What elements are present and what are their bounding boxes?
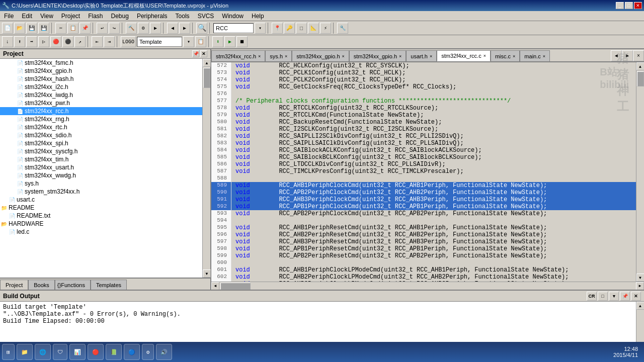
tab-close-button[interactable]: × bbox=[342, 54, 345, 59]
taskbar-app3[interactable]: 🛡 bbox=[53, 344, 67, 360]
save-all-button[interactable]: 💾 bbox=[38, 23, 49, 34]
copy-button[interactable]: 📋 bbox=[67, 23, 78, 34]
template-manage-button[interactable]: 📋 bbox=[195, 36, 206, 47]
tabs-close-all[interactable]: × bbox=[633, 50, 644, 61]
undo-button[interactable]: ↩ bbox=[97, 23, 108, 34]
scroll-up-button[interactable]: ▲ bbox=[203, 59, 211, 67]
tree-item-stm32f4xx_gpio-h[interactable]: 📄stm32f4xx_gpio.h bbox=[0, 67, 202, 75]
tree-item-stm32f4xx_rng-h[interactable]: 📄stm32f4xx_rng.h bbox=[0, 115, 202, 123]
menu-item-tools[interactable]: Tools bbox=[172, 11, 194, 21]
btn-extra1[interactable]: 📍 bbox=[272, 23, 283, 34]
tab-close-button[interactable]: × bbox=[484, 53, 486, 58]
tab-close-button[interactable]: × bbox=[543, 54, 545, 59]
taskbar-app9[interactable]: 🔊 bbox=[156, 344, 172, 360]
tab-close-button[interactable]: × bbox=[513, 54, 515, 59]
btn-extra2[interactable]: 🔑 bbox=[284, 23, 295, 34]
tree-item-README[interactable]: 📁README bbox=[0, 204, 202, 212]
menu-item-view[interactable]: View bbox=[36, 11, 57, 21]
btn-extra6[interactable]: 🔧 bbox=[337, 23, 348, 34]
tree-item-system_stm32f4xx-h[interactable]: 📄system_stm32f4xx.h bbox=[0, 188, 202, 196]
breakpoint-all-button[interactable]: ⚫ bbox=[62, 36, 73, 47]
cut-button[interactable]: ✂ bbox=[55, 23, 66, 34]
tree-item-stm32f4xx_rtc-h[interactable]: 📄stm32f4xx_rtc.h bbox=[0, 123, 202, 131]
tree-item-stm32f4xx_syscfg-h[interactable]: 📄stm32f4xx_syscfg.h bbox=[0, 147, 202, 155]
build-btn3[interactable]: ▾ bbox=[609, 292, 619, 301]
tree-item-usart-c[interactable]: 📄usart.c bbox=[0, 196, 202, 204]
redo-button[interactable]: ↪ bbox=[109, 23, 120, 34]
tab-stm32f4xx_rcc-c[interactable]: stm32f4xx_rcc.c× bbox=[437, 50, 491, 61]
search-button[interactable]: 🔍 bbox=[196, 23, 207, 34]
vertical-scrollbar[interactable]: ▲ ▼ bbox=[636, 62, 644, 282]
minimize-button[interactable]: _ bbox=[616, 2, 624, 9]
tree-item-stm32f4xx_hash-h[interactable]: 📄stm32f4xx_hash.h bbox=[0, 75, 202, 83]
code-editor[interactable]: 572void RCC_HCLKConfig(uint32_t RCC_SYSC… bbox=[211, 62, 636, 282]
build-btn2[interactable]: □ bbox=[598, 292, 608, 301]
goto-button[interactable]: ↗ bbox=[74, 36, 86, 47]
align-right-button[interactable]: ⇥ bbox=[104, 36, 115, 47]
tab-sys-h[interactable]: sys.h× bbox=[265, 50, 292, 61]
bottom-tab-templates[interactable]: Templates bbox=[91, 280, 127, 290]
tree-item-stm32f4xx_iwdg-h[interactable]: 📄stm32f4xx_iwdg.h bbox=[0, 91, 202, 99]
logo-button[interactable]: LOGO bbox=[121, 36, 136, 47]
open-button[interactable]: 📂 bbox=[14, 23, 25, 34]
align-left-button[interactable]: ⇤ bbox=[92, 36, 103, 47]
vscroll-thumb[interactable] bbox=[637, 71, 644, 86]
tree-item-stm32f4xx_pwr-h[interactable]: 📄stm32f4xx_pwr.h bbox=[0, 99, 202, 107]
maximize-button[interactable]: □ bbox=[625, 2, 633, 9]
tree-item-HARDWARE[interactable]: 📂HARDWARE bbox=[0, 220, 202, 228]
menu-item-flash[interactable]: Flash bbox=[84, 11, 107, 21]
btn-extra4[interactable]: 📐 bbox=[308, 23, 319, 34]
tab-misc-c[interactable]: misc.c× bbox=[491, 50, 520, 61]
scroll-down-button[interactable]: ▼ bbox=[203, 269, 211, 278]
titlebar-controls[interactable]: _ □ ✕ bbox=[616, 2, 642, 9]
horizontal-scrollbar[interactable]: ◄ ► bbox=[211, 282, 644, 290]
scroll-thumb[interactable] bbox=[203, 68, 210, 88]
taskbar-app6[interactable]: 📗 bbox=[106, 344, 122, 360]
menu-item-edit[interactable]: Edit bbox=[18, 11, 36, 21]
menu-item-svcs[interactable]: SVCS bbox=[194, 11, 218, 21]
build-close-button[interactable]: ✕ bbox=[631, 292, 641, 301]
taskbar-browser[interactable]: 🌐 bbox=[35, 344, 51, 360]
hscroll-thumb[interactable] bbox=[220, 283, 251, 290]
template-dropdown[interactable]: ▾ bbox=[183, 36, 194, 47]
forward-button[interactable]: ▶ bbox=[179, 23, 190, 34]
step-over-button[interactable]: ➡ bbox=[26, 36, 37, 47]
tree-item-stm32f4xx_usart-h[interactable]: 📄stm32f4xx_usart.h bbox=[0, 163, 202, 171]
tab-usart-h[interactable]: usart.h× bbox=[406, 50, 437, 61]
tree-item-stm32f4xx_tim-h[interactable]: 📄stm32f4xx_tim.h bbox=[0, 155, 202, 163]
menu-item-window[interactable]: Window bbox=[218, 11, 248, 21]
bottom-tab-books[interactable]: Books bbox=[28, 280, 55, 290]
build-btn1[interactable]: CR bbox=[587, 292, 597, 301]
tab-stm32f4xx_rcc-h[interactable]: stm32f4xx_rcc.h× bbox=[211, 50, 265, 61]
save-button[interactable]: 💾 bbox=[26, 23, 37, 34]
project-pin-button[interactable]: 📌 bbox=[192, 50, 199, 57]
btn-extra3[interactable]: ⬚ bbox=[296, 23, 307, 34]
hscroll-left-button[interactable]: ◄ bbox=[211, 282, 219, 290]
taskbar-app8[interactable]: ⚙ bbox=[142, 344, 154, 360]
tabs-nav-left[interactable]: ◄ bbox=[611, 50, 622, 61]
back-button[interactable]: ◀ bbox=[167, 23, 178, 34]
menu-item-file[interactable]: File bbox=[0, 11, 18, 21]
tabs-nav-right[interactable]: ► bbox=[622, 50, 633, 61]
taskbar-file-explorer[interactable]: 📁 bbox=[17, 344, 33, 360]
tab-close-button[interactable]: × bbox=[258, 54, 261, 59]
tree-item-stm32f4xx_fsmc-h[interactable]: 📄stm32f4xx_fsmc.h bbox=[0, 59, 202, 67]
tree-item-led-c[interactable]: 📄led.c bbox=[0, 228, 202, 236]
tab-close-button[interactable]: × bbox=[285, 54, 287, 59]
tree-item-stm32f4xx_rcc-h[interactable]: 📄stm32f4xx_rcc.h bbox=[0, 107, 202, 115]
vscroll-down-button[interactable]: ▼ bbox=[636, 274, 645, 282]
menu-item-help[interactable]: Help bbox=[248, 11, 268, 21]
run-cursor-button[interactable]: ▷ bbox=[38, 36, 49, 47]
build-all-button[interactable]: ⚙ bbox=[138, 23, 149, 34]
step-into-button[interactable]: ↓ bbox=[2, 36, 13, 47]
build-pin-button[interactable]: 📌 bbox=[620, 292, 630, 301]
hscroll-right-button[interactable]: ► bbox=[636, 282, 644, 290]
debug-button[interactable]: ▶ bbox=[150, 23, 161, 34]
project-close-button[interactable]: ✕ bbox=[200, 50, 207, 57]
tree-item-stm32f4xx_spi-h[interactable]: 📄stm32f4xx_spi.h bbox=[0, 139, 202, 147]
taskbar-app5[interactable]: 🔴 bbox=[88, 344, 104, 360]
menu-item-debug[interactable]: Debug bbox=[107, 11, 133, 21]
rcc-combo[interactable] bbox=[213, 23, 254, 33]
tree-item-stm32f4xx_sdio-h[interactable]: 📄stm32f4xx_sdio.h bbox=[0, 131, 202, 139]
tree-item-sys-h[interactable]: 📄sys.h bbox=[0, 179, 202, 188]
